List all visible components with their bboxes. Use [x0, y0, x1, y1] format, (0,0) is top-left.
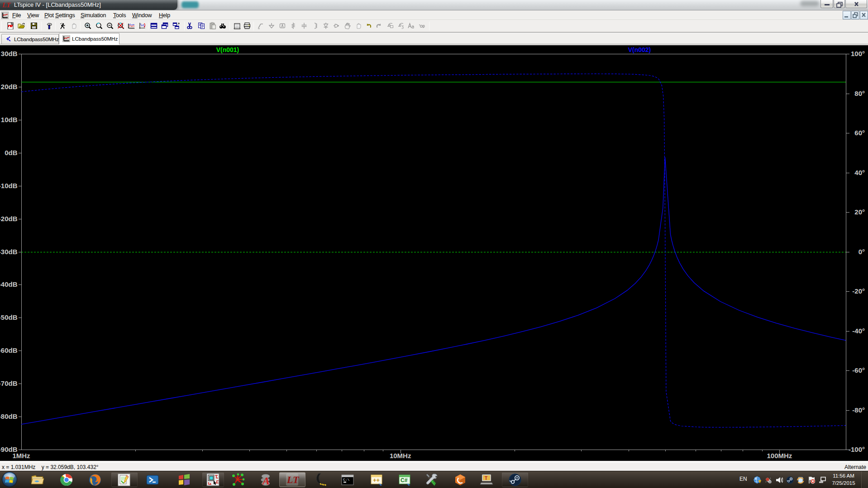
svg-text:100MHz: 100MHz [767, 452, 792, 460]
svg-text:10MHz: 10MHz [390, 452, 411, 460]
svg-text:-20°: -20° [852, 287, 865, 295]
svg-text:-80°: -80° [852, 406, 865, 414]
svg-text:20°: 20° [854, 208, 865, 216]
svg-text:10dB: 10dB [1, 116, 18, 123]
svg-text:0dB: 0dB [5, 149, 18, 156]
svg-text:-50dB: -50dB [0, 313, 18, 321]
svg-text:-10dB: -10dB [0, 182, 18, 190]
svg-text:-100°: -100° [849, 445, 865, 453]
svg-text:-30dB: -30dB [0, 248, 18, 256]
svg-text:C:\: C:\ [343, 478, 350, 482]
svg-text:-60dB: -60dB [0, 346, 18, 354]
svg-text:0°: 0° [858, 248, 865, 256]
svg-text:A: A [262, 475, 270, 487]
svg-text:V(n002): V(n002) [628, 46, 651, 53]
svg-text:V(n001): V(n001) [216, 46, 239, 53]
svg-text:80°: 80° [854, 90, 865, 97]
svg-text:-20dB: -20dB [0, 215, 18, 223]
svg-text:1MHz: 1MHz [12, 452, 30, 460]
svg-text:20dB: 20dB [1, 83, 18, 90]
svg-text:100°: 100° [851, 50, 865, 57]
svg-text:T: T [485, 476, 487, 481]
svg-text:LT: LT [286, 474, 299, 485]
svg-text:LT: LT [2, 1, 11, 9]
svg-text:++: ++ [373, 477, 380, 483]
svg-text:30dB: 30dB [1, 50, 18, 57]
svg-text:-40°: -40° [852, 327, 865, 335]
svg-text:-60°: -60° [852, 366, 865, 374]
svg-text:-70dB: -70dB [0, 379, 18, 387]
svg-text:40°: 40° [854, 169, 865, 176]
svg-text:-80dB: -80dB [0, 412, 18, 420]
svg-text:C#: C# [401, 477, 408, 483]
svg-text:-40dB: -40dB [0, 280, 18, 288]
svg-text:60°: 60° [854, 129, 865, 137]
